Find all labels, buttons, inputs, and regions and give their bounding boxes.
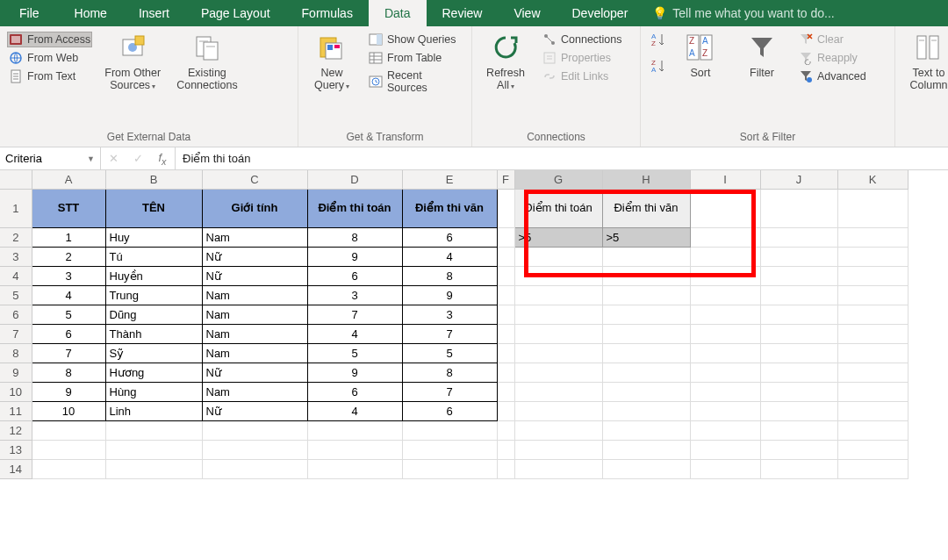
col-header-D[interactable]: D [307,170,402,189]
name-box[interactable]: Criteria ▼ [0,147,101,169]
cell-B10[interactable]: Hùng [105,382,202,401]
cell-I2[interactable] [690,227,760,247]
row-header-1[interactable]: 1 [0,189,32,227]
connections-button[interactable]: Connections [541,32,624,47]
cell-A4[interactable]: 3 [32,266,105,285]
col-header-G[interactable]: G [514,170,602,189]
col-header-I[interactable]: I [690,170,760,189]
cell-G6[interactable] [514,305,602,324]
cell-G14[interactable] [514,459,602,478]
cell-C14[interactable] [202,459,307,478]
reapply-button[interactable]: Reapply [797,50,868,66]
cancel-formula-button[interactable]: ✕ [101,152,126,165]
cell-D11[interactable]: 4 [307,401,402,420]
enter-formula-button[interactable]: ✓ [126,152,150,165]
cell-F5[interactable] [497,285,514,305]
cell-K5[interactable] [837,285,908,305]
cell-G11[interactable] [514,401,602,420]
cell-D3[interactable]: 9 [307,247,402,266]
tab-view[interactable]: View [498,0,556,26]
cell-B14[interactable] [105,459,202,478]
filter-button[interactable]: Filter [736,30,788,81]
cell-F6[interactable] [497,305,514,324]
cell-D6[interactable]: 7 [307,305,402,324]
cell-D1[interactable]: Điểm thi toán [307,189,402,227]
row-header-2[interactable]: 2 [0,227,32,247]
row-header-3[interactable]: 3 [0,247,32,266]
row-header-13[interactable]: 13 [0,440,32,459]
cell-D14[interactable] [307,459,402,478]
tab-developer[interactable]: Developer [557,0,644,26]
cell-J13[interactable] [760,440,837,459]
cell-H4[interactable] [602,266,690,285]
cell-I9[interactable] [690,363,760,382]
cell-G8[interactable] [514,343,602,363]
cell-C1[interactable]: Giới tính [202,189,307,227]
col-header-K[interactable]: K [837,170,908,189]
cell-A6[interactable]: 5 [32,305,105,324]
cell-A1[interactable]: STT [32,189,105,227]
cell-A7[interactable]: 6 [32,324,105,343]
tab-file[interactable]: File [0,0,59,26]
cell-B11[interactable]: Linh [105,401,202,420]
cell-E10[interactable]: 7 [402,382,497,401]
clear-button[interactable]: Clear [797,32,868,47]
cell-I3[interactable] [690,247,760,266]
cell-A3[interactable]: 2 [32,247,105,266]
cell-A14[interactable] [32,459,105,478]
cell-H8[interactable] [602,343,690,363]
cell-A8[interactable]: 7 [32,343,105,363]
cell-E1[interactable]: Điểm thi văn [402,189,497,227]
cell-D4[interactable]: 6 [307,266,402,285]
cell-E14[interactable] [402,459,497,478]
cell-K13[interactable] [837,440,908,459]
sort-button[interactable]: ZAAZ Sort [674,30,727,81]
cell-D9[interactable]: 9 [307,363,402,382]
cell-C8[interactable]: Nam [202,343,307,363]
cell-K4[interactable] [837,266,908,285]
cell-E9[interactable]: 8 [402,363,497,382]
cell-K3[interactable] [837,247,908,266]
cell-D13[interactable] [307,440,402,459]
cell-C11[interactable]: Nữ [202,401,307,420]
cell-D10[interactable]: 6 [307,382,402,401]
cell-E13[interactable] [402,440,497,459]
cell-B5[interactable]: Trung [105,285,202,305]
tab-data[interactable]: Data [369,0,427,26]
cell-G1[interactable]: Điểm thi toán [514,189,602,227]
cell-K7[interactable] [837,324,908,343]
cell-H9[interactable] [602,363,690,382]
cell-G9[interactable] [514,363,602,382]
cell-H6[interactable] [602,305,690,324]
row-header-6[interactable]: 6 [0,305,32,324]
cell-G5[interactable] [514,285,602,305]
cell-A9[interactable]: 8 [32,363,105,382]
cell-J1[interactable] [760,189,837,227]
cell-F11[interactable] [497,401,514,420]
row-header-9[interactable]: 9 [0,363,32,382]
cell-K9[interactable] [837,363,908,382]
col-header-J[interactable]: J [760,170,837,189]
cell-K1[interactable] [837,189,908,227]
cell-G12[interactable] [514,420,602,440]
cell-C5[interactable]: Nam [202,285,307,305]
cell-B4[interactable]: Huyền [105,266,202,285]
cell-E12[interactable] [402,420,497,440]
cell-H7[interactable] [602,324,690,343]
cell-E7[interactable]: 7 [402,324,497,343]
cell-J11[interactable] [760,401,837,420]
row-header-12[interactable]: 12 [0,420,32,440]
cell-C7[interactable]: Nam [202,324,307,343]
col-header-C[interactable]: C [202,170,307,189]
cell-G10[interactable] [514,382,602,401]
new-query-button[interactable]: New Query▾ [305,30,358,94]
cell-H5[interactable] [602,285,690,305]
col-header-B[interactable]: B [105,170,202,189]
formula-input[interactable]: Điểm thi toán [176,147,948,169]
cell-K8[interactable] [837,343,908,363]
cell-G2[interactable]: >5 [514,227,602,247]
row-header-8[interactable]: 8 [0,343,32,363]
cell-K14[interactable] [837,459,908,478]
cell-I8[interactable] [690,343,760,363]
cell-C13[interactable] [202,440,307,459]
